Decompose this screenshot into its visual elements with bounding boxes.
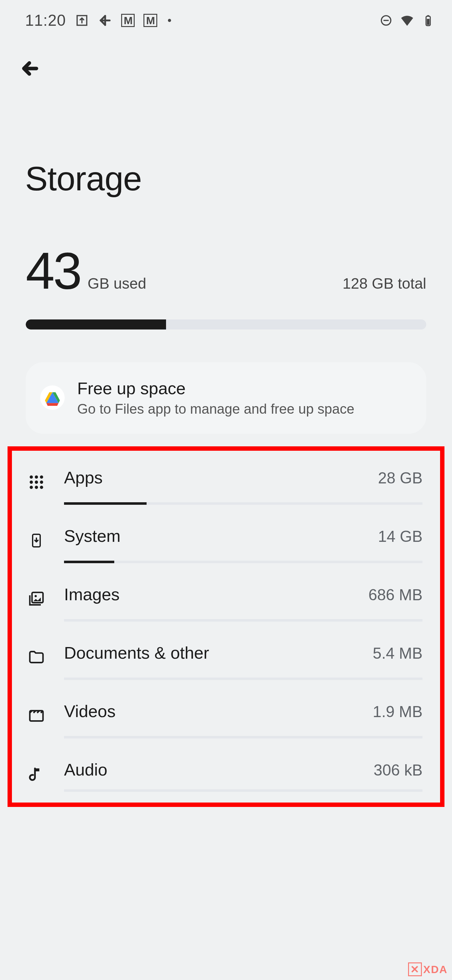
category-size: 5.4 MB <box>373 644 422 662</box>
apps-icon <box>26 472 46 492</box>
free-up-space-card[interactable]: Free up space Go to Files app to manage … <box>26 362 426 434</box>
images-icon <box>26 589 46 609</box>
wifi-icon <box>400 13 414 28</box>
more-notifications-dot <box>168 19 171 22</box>
svg-point-11 <box>40 476 43 479</box>
storage-summary-bar-fill <box>26 320 166 329</box>
category-documents[interactable]: Documents & other 5.4 MB <box>12 632 440 691</box>
category-name: Documents & other <box>64 643 209 662</box>
svg-point-9 <box>30 476 33 479</box>
arrow-left-icon <box>21 59 40 78</box>
storage-summary-bar <box>26 320 426 329</box>
category-size: 686 MB <box>368 586 422 604</box>
svg-point-13 <box>35 480 38 484</box>
category-videos[interactable]: Videos 1.9 MB <box>12 691 440 749</box>
category-name: Videos <box>64 702 116 721</box>
svg-point-16 <box>35 485 38 489</box>
files-app-icon <box>40 385 65 410</box>
category-name: Images <box>64 585 120 604</box>
categories-highlight-box: Apps 28 GB System 14 GB Im <box>8 446 444 807</box>
category-size: 28 GB <box>378 469 422 487</box>
storage-summary-text: 43 GB used 128 GB total <box>26 245 426 297</box>
svg-point-12 <box>30 480 33 484</box>
gmail-icon: M <box>121 14 135 27</box>
svg-point-20 <box>35 595 37 597</box>
videos-icon <box>26 706 46 726</box>
svg-point-15 <box>30 485 33 489</box>
status-left: 11:20 M M <box>25 11 171 30</box>
category-bar <box>64 789 422 792</box>
app-bar <box>0 37 452 81</box>
storage-total: 128 GB total <box>343 275 426 292</box>
category-bar <box>64 619 422 622</box>
category-bar <box>64 678 422 680</box>
svg-rect-7 <box>427 15 430 17</box>
battery-icon <box>422 14 435 27</box>
svg-rect-8 <box>427 19 430 25</box>
category-images[interactable]: Images 686 MB <box>12 574 440 632</box>
category-apps[interactable]: Apps 28 GB <box>12 457 440 515</box>
folder-icon <box>26 648 46 667</box>
category-size: 14 GB <box>378 527 422 546</box>
category-size: 306 kB <box>374 761 422 779</box>
status-time: 11:20 <box>25 11 66 30</box>
category-size: 1.9 MB <box>373 703 422 721</box>
page-title: Storage <box>0 81 452 198</box>
system-icon <box>26 531 46 550</box>
category-name: Apps <box>64 468 103 487</box>
status-bar: 11:20 M M <box>0 0 452 37</box>
free-up-title: Free up space <box>77 379 354 398</box>
svg-point-14 <box>40 480 43 484</box>
category-bar <box>64 561 422 563</box>
share-icon <box>75 13 89 28</box>
watermark: ✕XDA <box>408 963 447 975</box>
category-audio[interactable]: Audio 306 kB <box>12 749 440 803</box>
category-bar-fill <box>64 502 147 505</box>
category-system[interactable]: System 14 GB <box>12 515 440 574</box>
category-name: System <box>64 526 121 546</box>
storage-used-value: 43 <box>26 242 81 300</box>
gmail-icon: M <box>143 14 157 27</box>
status-right <box>380 13 435 28</box>
audio-icon <box>26 764 46 784</box>
category-bar <box>64 736 422 738</box>
category-name: Audio <box>64 760 107 779</box>
svg-point-17 <box>40 485 43 489</box>
category-bar <box>64 502 422 505</box>
category-bar-fill <box>64 561 114 563</box>
free-up-subtitle: Go to Files app to manage and free up sp… <box>77 401 354 417</box>
do-not-disturb-icon <box>380 14 392 27</box>
storage-used-suffix: GB used <box>87 275 146 292</box>
storage-summary: 43 GB used 128 GB total <box>0 198 452 329</box>
slack-icon <box>98 13 113 28</box>
back-button[interactable] <box>17 56 43 81</box>
svg-point-10 <box>35 476 38 479</box>
